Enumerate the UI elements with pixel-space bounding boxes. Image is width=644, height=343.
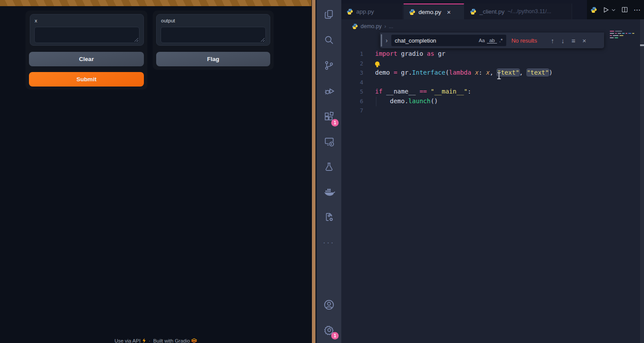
extensions-icon[interactable]: 1 [317,105,341,129]
match-case-toggle[interactable]: Aa [476,38,487,43]
source-control-icon[interactable] [317,53,341,78]
docker-icon[interactable] [317,180,341,204]
output-textarea[interactable] [161,27,266,43]
code-line[interactable]: 4 [341,78,631,87]
search-icon[interactable] [317,28,341,52]
tab-client-py[interactable]: _client.py ~/.../python3.11/... [465,4,572,19]
line-number: 3 [354,68,363,78]
resize-handle-icon[interactable] [261,38,265,42]
footer-separator: · [149,338,150,343]
find-previous-button[interactable]: ↑ [547,37,558,44]
tab-label: app.py [356,8,374,15]
regex-toggle[interactable]: .* [497,38,506,43]
tab-close-icon[interactable]: × [447,8,451,16]
settings-gear-icon[interactable]: 1 [317,318,341,342]
line-number: 5 [354,87,363,97]
breadcrumb-file[interactable]: demo.py [361,23,382,29]
screenshot-stage: x Clear Submit output Flag Use via API · [0,0,644,343]
editor-scrollbar[interactable] [640,19,644,343]
output-label: output [161,18,175,23]
tab-label: _client.py [479,8,504,15]
file-settings-icon[interactable] [317,205,341,229]
run-python-file-button[interactable] [602,6,616,14]
play-icon [602,6,610,14]
output-block: output [156,14,270,46]
find-status: No results [512,37,547,44]
settings-badge: 1 [331,332,339,339]
code-line[interactable]: 6 demo.launch() [341,97,631,106]
remote-explorer-icon[interactable] [317,129,341,154]
more-dots: ··· [323,238,335,246]
tab-app-py[interactable]: app.py [341,4,403,19]
overview-ruler-marker [640,44,644,46]
testing-beaker-icon[interactable] [317,155,341,179]
find-expand-chevron-icon[interactable]: › [382,37,391,44]
text-cursor-pointer [496,72,502,80]
breadcrumb-symbol[interactable]: ... [389,23,393,29]
extensions-badge: 1 [331,119,339,126]
line-number: 2 [354,59,363,69]
find-close-button[interactable]: × [579,37,590,44]
more-actions-icon[interactable]: ⋯ [633,6,641,14]
find-next-button[interactable]: ↓ [558,37,568,44]
python-file-icon [409,9,415,15]
input-label: x [35,18,37,23]
account-icon[interactable] [317,292,341,317]
gradio-logo-icon [191,338,197,343]
input-block-x: x [30,14,144,46]
whole-word-toggle[interactable]: ab [487,38,497,43]
input-group: x Clear Submit [25,11,147,90]
run-debug-icon[interactable] [317,79,341,103]
code-editor: app.py demo.py × _client.py ~/.../python… [341,0,644,343]
submit-button[interactable]: Submit [29,72,144,87]
striped-title-bar [0,0,311,6]
clear-button[interactable]: Clear [29,52,144,66]
activity-bar: 1 ··· 1 [317,0,341,343]
flag-button[interactable]: Flag [156,52,270,66]
use-via-api-link[interactable]: Use via API [114,338,140,343]
breadcrumb[interactable]: demo.py › ... [352,21,394,32]
resize-handle-icon[interactable] [134,38,138,42]
code-line[interactable]: 3demo = gr.Interface(lambda x: x, "text"… [341,68,631,78]
tab-path-description: ~/.../python3.11/... [508,8,551,14]
find-input-box: Aa ab .* [391,35,506,46]
more-views-icon[interactable]: ··· [317,230,341,254]
indent-guide [376,97,376,106]
tab-label: demo.py [419,9,441,15]
explorer-icon[interactable] [317,2,341,27]
minimap[interactable] [610,31,634,40]
output-group: output Flag [153,11,274,70]
editor-tab-bar: app.py demo.py × _client.py ~/.../python… [341,0,644,19]
gradio-footer: Use via API · Built with Gradio [0,338,311,343]
find-widget: › Aa ab .* No results ↑ ↓ ≡ × [380,32,604,48]
split-editor-icon[interactable] [621,6,628,13]
line-number: 6 [354,97,363,106]
code-line[interactable]: 2 [341,59,631,69]
window-divider[interactable] [312,0,315,343]
built-with-gradio-link[interactable]: Built with Gradio [153,338,190,343]
line-number: 4 [354,78,363,87]
python-file-icon [470,8,476,15]
code-lines[interactable]: 1import gradio as gr23demo = gr.Interfac… [341,49,631,116]
python-logo-icon [590,7,597,13]
find-in-selection-button[interactable]: ≡ [568,37,579,44]
tab-demo-py[interactable]: demo.py × [404,4,464,19]
python-file-icon [352,23,358,29]
input-textarea[interactable] [34,27,140,43]
python-file-icon [347,8,353,15]
code-line[interactable]: 5if __name__ == "__main__": [341,87,631,97]
find-input[interactable] [391,37,476,44]
code-line[interactable]: 7 [341,106,631,116]
line-number: 1 [354,49,363,59]
lightbulb-icon[interactable] [375,61,379,66]
breadcrumb-separator: › [384,23,386,29]
code-line[interactable]: 1import gradio as gr [341,49,631,59]
gradio-app-panel: x Clear Submit output Flag Use via API · [0,0,311,343]
line-number: 7 [354,106,363,116]
api-bolt-icon [142,338,146,343]
editor-actions: ⋯ [587,0,644,19]
chevron-down-icon [611,7,616,12]
